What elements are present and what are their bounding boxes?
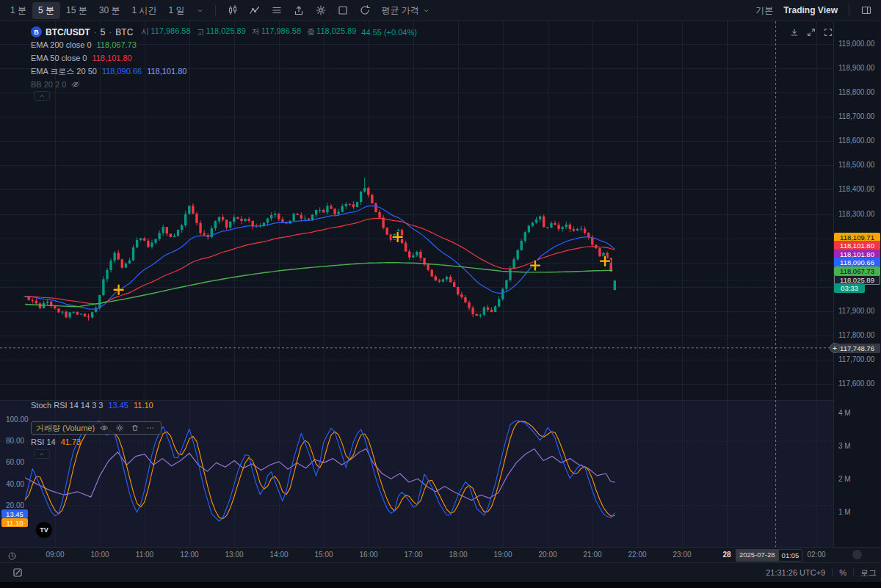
replay-button[interactable] (355, 2, 375, 18)
stoch-rsi-legend[interactable]: Stoch RSI 14 14 3 3 13.45 11.10 (31, 401, 153, 410)
maximize-pane-icon[interactable] (804, 26, 819, 39)
tradingview-chart-app: 1 분5 분15 분30 분1 시간1 일 평균 가격 기본 Trading V… (0, 0, 881, 588)
panel-toggle-button[interactable] (856, 2, 877, 18)
toolbar-separator (849, 4, 849, 16)
chart-style-button[interactable] (222, 2, 243, 18)
lower-legend-collapse-button[interactable] (34, 449, 50, 459)
timeframe-button[interactable]: 1 일 (162, 2, 190, 19)
crosshair-plus-button[interactable]: + (830, 343, 840, 353)
indicator-legends: EMA 200 close 0118,067.73EMA 50 close 01… (31, 38, 186, 91)
stoch-d-value: 11.10 (134, 401, 153, 410)
percent-scale-button[interactable]: % (839, 568, 846, 577)
time-tick: 16:00 (354, 551, 383, 559)
time-tick: 22:00 (623, 551, 652, 559)
status-separator (853, 568, 854, 577)
status-bar: 21:31:26 UTC+9 % 로그 (0, 562, 881, 582)
time-tick: 02:00 (802, 551, 831, 559)
pane-action-buttons (787, 26, 835, 39)
average-price-label: 평균 가격 (381, 4, 418, 17)
eye-icon[interactable] (98, 423, 110, 433)
time-tick: 09:00 (40, 551, 70, 559)
ohlc-item: 고118,025.89 (197, 26, 246, 37)
indicator-legend-row[interactable]: BB 20 2 0 (31, 78, 186, 91)
time-tick: 10:00 (85, 551, 115, 559)
indicator-title: BB 20 2 0 (31, 80, 66, 89)
indicator-legend-row[interactable]: EMA 크로스 20 50118,090.66118,101.80 (31, 65, 186, 78)
legend-collapse-button[interactable] (34, 91, 50, 101)
settings-button[interactable] (311, 2, 331, 18)
fullscreen-icon[interactable] (821, 26, 835, 39)
indicator-title: EMA 크로스 20 50 (31, 66, 97, 77)
ohlc-value: 118,025.89 (206, 26, 246, 37)
timeframe-button[interactable]: 30 분 (93, 2, 126, 19)
crosshair-date: 2025-07-28 (736, 549, 779, 562)
download-icon[interactable] (787, 26, 802, 39)
ohlc-key: 시 (141, 26, 149, 37)
layout-button[interactable] (333, 2, 353, 18)
axis-corner-button[interactable] (852, 550, 862, 559)
volume-legend-title: 거래량 (Volume) (36, 423, 95, 434)
timeframe-button[interactable]: 1 시간 (126, 2, 162, 19)
time-tick: 15:00 (309, 551, 338, 559)
time-tick: 11:00 (130, 551, 159, 559)
symbol-interval: 5 (101, 27, 106, 37)
timeframe-button[interactable]: 5 분 (32, 2, 60, 19)
timeframe-group: 1 분5 분15 분30 분1 시간1 일 (4, 2, 190, 19)
trash-icon[interactable] (129, 423, 141, 433)
tradingview-watermark: TV (36, 522, 52, 538)
ohlc-item: 시117,986.58 (141, 26, 190, 37)
ohlc-item: 종118,025.89 (307, 26, 356, 37)
time-tick: 13:00 (220, 551, 249, 559)
crosshair-time: 01:05 (779, 549, 803, 562)
status-separator (832, 568, 833, 577)
price-change: 44.55 (+0.04%) (361, 28, 417, 37)
timeframe-button[interactable]: 1 분 (4, 2, 32, 19)
ohlc-key: 저 (252, 26, 260, 37)
timezone-clock-icon[interactable] (6, 550, 18, 562)
symbol-separator: · (109, 27, 112, 37)
default-layout-button[interactable]: 기본 (751, 2, 777, 19)
time-tick: 21:00 (578, 551, 607, 559)
rsi-value: 41.73 (61, 438, 81, 446)
share-button[interactable] (289, 2, 309, 18)
ohlc-values: 시117,986.58고118,025.89저117,986.58종118,02… (141, 26, 356, 37)
publish-button[interactable] (7, 565, 28, 581)
templates-button[interactable] (267, 2, 287, 18)
log-scale-button[interactable]: 로그 (860, 567, 877, 578)
indicators-button[interactable] (244, 2, 265, 18)
indicator-legend-row[interactable]: EMA 50 close 0118,101.80 (31, 51, 186, 65)
symbol-title[interactable]: BTC/USDT (46, 27, 90, 37)
toolbar-separator (215, 4, 216, 16)
timeframe-button[interactable]: 15 분 (60, 2, 93, 19)
time-tick: 20:00 (533, 551, 562, 559)
bottom-strip (0, 582, 881, 588)
chevron-down-icon (422, 7, 430, 15)
time-tick: 17:00 (399, 551, 428, 559)
symbol-exchange: BTC (115, 27, 133, 37)
price-axis[interactable] (833, 21, 881, 547)
eye-off-icon[interactable] (71, 80, 80, 89)
time-tick: 18:00 (443, 551, 473, 559)
time-tick: 14:00 (264, 551, 294, 559)
stoch-k-value: 13.45 (108, 401, 128, 410)
ohlc-value: 118,025.89 (316, 26, 356, 37)
rsi-legend[interactable]: RSI 14 41.73 (31, 438, 81, 446)
ohlc-key: 종 (307, 26, 315, 37)
time-axis[interactable]: 2025-07-28 01:05 09:0010:0011:0012:0013:… (0, 547, 881, 562)
ohlc-item: 저117,986.58 (252, 26, 301, 37)
symbol-logo[interactable]: B (31, 26, 42, 37)
time-tick: 12:00 (175, 551, 204, 559)
volume-legend[interactable]: 거래량 (Volume) (31, 421, 162, 435)
tradingview-brand-link[interactable]: Trading View (779, 3, 842, 18)
clock-text: 21:31:26 UTC+9 (766, 568, 825, 577)
rsi-title: RSI 14 (31, 438, 56, 446)
settings-icon[interactable] (114, 423, 126, 433)
symbol-header: B BTC/USDT · 5 · BTC 시117,986.58고118,025… (31, 26, 417, 37)
interval-menu-chevron-down-icon[interactable] (192, 4, 209, 17)
indicator-value: 118,067.73 (97, 40, 137, 49)
more-icon[interactable] (145, 423, 156, 433)
indicator-legend-row[interactable]: EMA 200 close 0118,067.73 (31, 38, 186, 51)
indicator-title: EMA 200 close 0 (31, 40, 92, 49)
average-price-dropdown[interactable]: 평균 가격 (377, 2, 434, 19)
indicator-title: EMA 50 close 0 (31, 54, 87, 62)
